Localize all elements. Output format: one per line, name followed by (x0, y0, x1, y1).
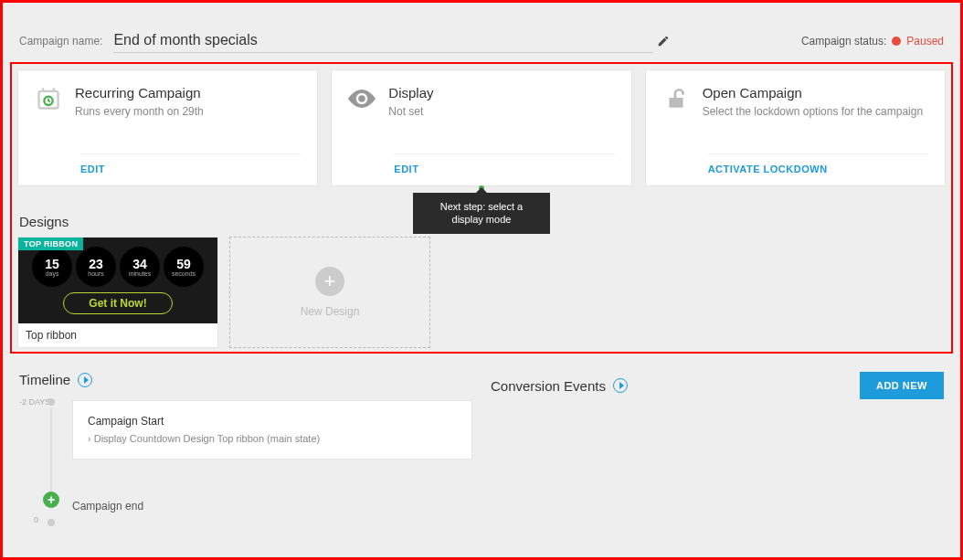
cd-days: 15 (45, 258, 59, 270)
plus-icon: + (315, 267, 344, 296)
cd-hours-l: hours (88, 270, 104, 277)
edit-name-icon[interactable] (646, 35, 681, 48)
design-label: Top ribbon (18, 323, 217, 347)
timeline-start-dot (48, 398, 55, 406)
status-label: Campaign status: (801, 35, 886, 48)
design-cta: Get it Now! (63, 292, 173, 314)
cd-min: 34 (132, 258, 147, 270)
timeline-heading: Timeline (19, 372, 70, 387)
recurring-subtitle: Runs every month on 29th (75, 104, 301, 120)
timeline-card-sub: Display Countdown Design Top ribbon (mai… (88, 430, 457, 448)
recurring-campaign-card: Recurring Campaign Runs every month on 2… (17, 69, 318, 186)
campaign-name-label: Campaign name: (19, 35, 102, 48)
lockdown-subtitle: Select the lockdown options for the camp… (703, 104, 928, 120)
campaign-name-input[interactable] (113, 28, 653, 53)
display-subtitle: Not set (388, 104, 614, 120)
design-tile-top-ribbon[interactable]: TOP RIBBON 15days 23hours 34minutes 59se… (17, 237, 218, 348)
eye-icon (348, 85, 376, 112)
recurring-edit-button[interactable]: EDIT (80, 164, 301, 174)
timeline: -2 DAYS Campaign Start Display Countdown… (19, 400, 472, 512)
next-step-tooltip: Next step: select a display mode (413, 193, 550, 234)
display-edit-button[interactable]: EDIT (394, 164, 614, 174)
activate-lockdown-button[interactable]: ACTIVATE LOCKDOWN (708, 164, 928, 174)
recurring-title: Recurring Campaign (75, 85, 301, 100)
cd-sec: 59 (176, 258, 191, 270)
cd-hours: 23 (89, 258, 103, 270)
lockdown-title: Open Campaign (703, 85, 928, 100)
svg-rect-3 (669, 98, 683, 108)
timeline-end-label: Campaign end (72, 500, 472, 512)
timeline-end-dot (48, 519, 55, 526)
cd-sec-l: seconds (172, 270, 196, 277)
status-value: Paused (906, 35, 944, 48)
timeline-add-button[interactable]: + (43, 491, 59, 508)
timeline-play-icon[interactable] (78, 373, 92, 387)
unlock-icon (662, 85, 690, 112)
conversion-heading: Conversion Events (491, 378, 606, 394)
new-design-label: New Design (301, 305, 360, 318)
timeline-card[interactable]: Campaign Start Display Countdown Design … (72, 400, 472, 460)
new-design-button[interactable]: + New Design (229, 237, 430, 348)
display-title: Display (388, 85, 614, 100)
svg-point-2 (359, 95, 366, 102)
cd-min-l: minutes (129, 270, 152, 277)
add-new-button[interactable]: ADD NEW (860, 372, 944, 399)
display-card: Display Not set EDIT Next step: select a… (331, 69, 631, 186)
timeline-zero-label: 0 (34, 515, 38, 524)
config-panel: Recurring Campaign Runs every month on 2… (10, 62, 953, 354)
design-badge: TOP RIBBON (18, 238, 83, 250)
timeline-card-title: Campaign Start (88, 412, 457, 430)
lockdown-card: Open Campaign Select the lockdown option… (645, 69, 946, 186)
recurring-icon (35, 85, 62, 112)
campaign-status: Campaign status: Paused (710, 35, 944, 48)
conversion-play-icon[interactable] (613, 378, 628, 393)
status-dot-icon (892, 37, 901, 46)
cd-days-l: days (46, 270, 59, 277)
